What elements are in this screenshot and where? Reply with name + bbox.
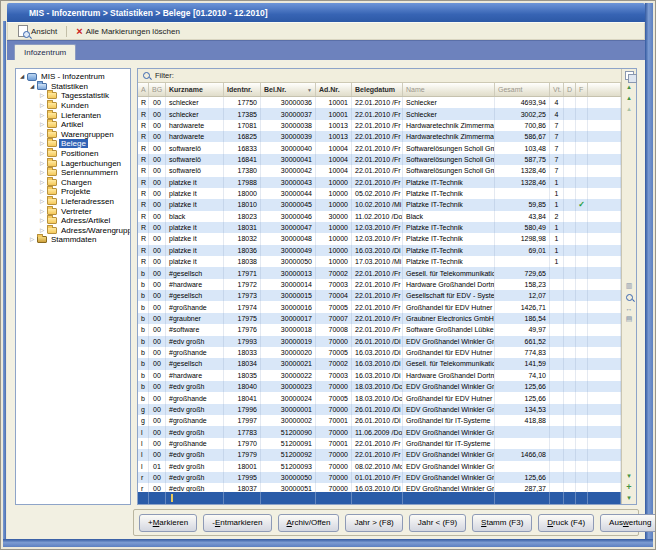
table-row[interactable]: R00platzke it18036300000491000016.03.201… xyxy=(138,245,621,256)
tree-item-warengruppen[interactable]: ▷Warengruppen xyxy=(16,130,130,140)
col-header-ad-nr[interactable]: Ad.Nr. xyxy=(316,83,352,96)
tree-item-stammdaten[interactable]: ▷Stammdaten xyxy=(16,235,130,245)
expand-arrow-icon[interactable]: ▷ xyxy=(38,197,46,206)
col-header-vt[interactable]: Vt. xyxy=(550,83,564,96)
col-header-bel-nr[interactable]: Bel.Nr.▼ xyxy=(261,83,316,96)
table-row[interactable]: b00#gesellsch18034300000217000216.03.201… xyxy=(138,358,621,369)
ansicht-button[interactable]: Ansicht xyxy=(14,24,61,38)
table-row[interactable]: b00#software17976300000187000822.01.2010… xyxy=(138,324,621,335)
filter-bar[interactable]: Filter: xyxy=(138,69,621,83)
table-row[interactable]: l01#edv großh18001512000937000008.02.201… xyxy=(138,461,621,472)
append-record-icon[interactable]: + xyxy=(624,482,635,491)
table-row[interactable]: R00platzke it18000300000441000005.02.201… xyxy=(138,188,621,199)
entmarkieren-button[interactable]: - Entmarkieren xyxy=(203,514,271,532)
expand-arrow-icon[interactable]: ▷ xyxy=(38,91,46,100)
tree-item-mis-infozentrum[interactable]: ◢MIS - Infozentrum xyxy=(16,72,130,82)
expand-arrow-icon[interactable]: ▷ xyxy=(38,159,46,168)
table-row[interactable]: R00softwarelö17380300000421000422.01.201… xyxy=(138,165,621,176)
expand-arrow-icon[interactable]: ▷ xyxy=(38,111,46,120)
columns-icon[interactable]: ▥ xyxy=(624,282,635,291)
table-row[interactable]: R00schlecker17750300000361000122.01.2010… xyxy=(138,97,621,108)
col-header-name[interactable]: Name xyxy=(403,83,495,96)
table-row[interactable]: R00softwarelö16833300000401000422.01.201… xyxy=(138,142,621,153)
table-row[interactable]: b00#edv großh17993300000197000026.01.201… xyxy=(138,336,621,347)
col-header-bg[interactable]: BG xyxy=(149,83,166,96)
table-row[interactable]: b00#graubner17975300000177000722.01.2010… xyxy=(138,313,621,324)
table-row[interactable]: R00black18023300000463000011.02.2010 /Do… xyxy=(138,211,621,222)
auswertung-button[interactable]: Auswertung xyxy=(600,514,656,532)
table-row[interactable]: R00platzke it18038300000501000017.03.201… xyxy=(138,256,621,267)
tree-item-vertreter[interactable]: ▷Vertreter xyxy=(16,206,130,216)
table-row[interactable]: l00#großhande17970512000917000122.01.201… xyxy=(138,438,621,449)
table-row[interactable]: b00#großhande18033300000207000516.03.201… xyxy=(138,347,621,358)
expand-arrow-icon[interactable]: ▷ xyxy=(38,187,46,196)
search-icon[interactable] xyxy=(624,293,635,302)
table-row[interactable]: g00#großhande17997300000027000126.01.201… xyxy=(138,415,621,426)
table-row[interactable]: r00#edv großh17995300000507000001.01.201… xyxy=(138,472,621,483)
table-row[interactable]: b00#großhande18041300000247000518.03.201… xyxy=(138,392,621,403)
table-row[interactable]: l00#edv großh17783512000907000011.06.200… xyxy=(138,426,621,437)
collapse-arrow-icon[interactable]: ◢ xyxy=(18,72,26,81)
table-row[interactable]: r00#edv großh18037300000517000016.03.201… xyxy=(138,483,621,492)
col-header-gesamt[interactable]: Gesamt xyxy=(495,83,550,96)
table-row[interactable]: R00softwarelö16841300000411000422.01.201… xyxy=(138,154,621,165)
scroll-page-up-icon[interactable]: ▴ xyxy=(624,104,635,113)
col-header-filler[interactable] xyxy=(588,83,621,96)
table-row[interactable]: b00#edv großh18040300000237000018.03.201… xyxy=(138,381,621,392)
table-row[interactable]: R00platzke it17988300000431000022.01.201… xyxy=(138,177,621,188)
col-header-d[interactable]: D xyxy=(564,83,576,96)
tree-item-lieferanten[interactable]: ▷Lieferanten xyxy=(16,110,130,120)
expand-arrow-icon[interactable]: ▷ xyxy=(38,207,46,216)
table-row[interactable]: l00#edv großh17979512000927000022.01.201… xyxy=(138,449,621,460)
tree-item-seriennummern[interactable]: ▷Seriennummern xyxy=(16,168,130,178)
table-row[interactable]: R00platzke it18031300000471000012.03.201… xyxy=(138,222,621,233)
col-header-belegdatum[interactable]: Belegdatum xyxy=(352,83,403,96)
col-header-identnr[interactable]: Identnr. xyxy=(224,83,261,96)
expand-arrow-icon[interactable]: ▷ xyxy=(38,216,46,225)
tree-item-projekte[interactable]: ▷Projekte xyxy=(16,187,130,197)
table-row[interactable]: b00#hardware17972300000147000322.01.2010… xyxy=(138,279,621,290)
tree-item-lieferadressen[interactable]: ▷Lieferadressen xyxy=(16,197,130,207)
expand-arrow-icon[interactable]: ▷ xyxy=(38,130,46,139)
table-row[interactable]: R00platzke it18032300000481000012.03.201… xyxy=(138,233,621,244)
expand-arrow-icon[interactable]: ▷ xyxy=(38,168,46,177)
expand-arrow-icon[interactable]: ▷ xyxy=(38,178,46,187)
expand-arrow-icon[interactable]: ▷ xyxy=(38,149,46,158)
grid-append-row-selected[interactable] xyxy=(138,492,621,504)
col-header-kurzname[interactable]: Kurzname xyxy=(166,83,224,96)
stamm-button[interactable]: Stamm (F3) xyxy=(472,514,532,532)
tree-item-adress-warengruppen[interactable]: ▷Adress/Warengruppen xyxy=(16,226,130,236)
tab-infozentrum[interactable]: Infozentrum xyxy=(14,44,76,60)
col-header-f[interactable]: F xyxy=(576,83,588,96)
col-header-a[interactable]: A xyxy=(138,83,149,96)
table-row[interactable]: R00schlecker17385300000371000122.01.2010… xyxy=(138,108,621,119)
table-row[interactable]: R00hardwarete17081300000381001322.01.201… xyxy=(138,120,621,131)
table-row[interactable]: R00hardwarete16825300000391001322.01.201… xyxy=(138,131,621,142)
archiv-offen-button[interactable]: Archiv/Offen xyxy=(278,514,340,532)
title-bar[interactable]: MIS - Infozentrum > Statistiken > Belege… xyxy=(7,3,645,22)
expand-arrow-icon[interactable]: ▷ xyxy=(38,139,46,148)
copy-grid-icon[interactable] xyxy=(624,71,635,80)
expand-arrow-icon[interactable]: ▷ xyxy=(38,101,46,110)
export-icon[interactable]: ▤ xyxy=(624,315,635,324)
fit-width-icon[interactable]: ↔ xyxy=(624,304,635,313)
tree-item-chargen[interactable]: ▷Chargen xyxy=(16,178,130,188)
expand-arrow-icon[interactable]: ▷ xyxy=(28,235,36,244)
tree-item-statistiken[interactable]: ◢Statistiken xyxy=(16,82,130,92)
tree-item-tagesstatistik[interactable]: ▷Tagesstatistik xyxy=(16,91,130,101)
druck-button[interactable]: Druck (F4) xyxy=(538,514,594,532)
tree-item-lagerbuchungen[interactable]: ▷Lagerbuchungen xyxy=(16,158,130,168)
expand-arrow-icon[interactable]: ▷ xyxy=(38,120,46,129)
table-row[interactable]: b00#großhande17974300000167000522.01.201… xyxy=(138,301,621,312)
scroll-top-icon[interactable]: ▴ xyxy=(624,82,635,91)
scroll-end-icon[interactable]: ▾ xyxy=(624,493,635,502)
tree-item-artikel[interactable]: ▷Artikel xyxy=(16,120,130,130)
table-row[interactable]: b00#hardware18035300000227000316.03.2010… xyxy=(138,370,621,381)
table-row[interactable]: b00#gesellsch17973300000157000422.01.201… xyxy=(138,290,621,301)
tree-item-positionen[interactable]: ▷Positionen xyxy=(16,149,130,159)
clear-markings-button[interactable]: × Alle Markierungen löschen xyxy=(72,25,184,37)
collapse-arrow-icon[interactable]: ◢ xyxy=(28,82,36,91)
scroll-up-icon[interactable]: ▴ xyxy=(624,93,635,102)
jahr-zurueck-button[interactable]: Jahr < (F9) xyxy=(409,514,466,532)
table-row[interactable]: g00#edv großh17996300000017000026.01.201… xyxy=(138,404,621,415)
